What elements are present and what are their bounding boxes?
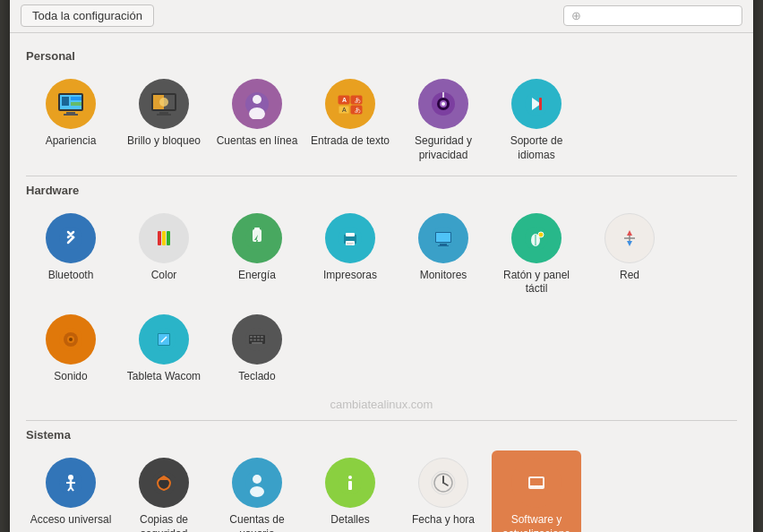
tableta-icon	[139, 314, 189, 365]
svg-rect-72	[261, 336, 263, 338]
system-settings-window: Configuración del sistema Toda la config…	[10, 0, 753, 532]
divider-sistema	[26, 420, 737, 421]
toolbar: Toda la configuración ⊕	[10, 0, 753, 33]
item-teclado[interactable]: Teclado	[212, 307, 302, 391]
svg-rect-43	[346, 233, 355, 236]
item-cuentas-usuario[interactable]: Cuentas de usuario	[212, 450, 302, 532]
fecha-icon	[418, 458, 468, 508]
svg-rect-39	[254, 227, 260, 230]
svg-point-32	[59, 227, 82, 250]
svg-point-62	[69, 338, 73, 341]
item-bluetooth[interactable]: Bluetooth	[26, 206, 116, 304]
item-software[interactable]: Software y actualizacione	[492, 450, 581, 532]
svg-rect-4	[71, 102, 81, 106]
item-entrada-texto[interactable]: AあAあ Entrada de texto	[305, 72, 395, 169]
svg-rect-49	[436, 233, 450, 242]
entrada-texto-label: Entrada de texto	[311, 134, 390, 149]
item-soporte[interactable]: Soporte de idiomas	[492, 72, 581, 169]
svg-point-90	[348, 476, 352, 479]
svg-rect-74	[253, 339, 256, 340]
item-sonido[interactable]: Sonido	[26, 307, 116, 391]
search-icon: ⊕	[571, 9, 581, 22]
sonido-icon	[46, 314, 96, 365]
svg-rect-73	[250, 339, 253, 340]
item-acceso[interactable]: Acceso universal	[26, 450, 116, 532]
detalles-icon	[325, 458, 375, 508]
svg-rect-50	[440, 244, 447, 245]
monitores-label: Monitores	[420, 269, 467, 283]
svg-rect-11	[157, 114, 171, 116]
svg-rect-31	[539, 98, 542, 110]
entrada-texto-icon: AあAあ	[325, 79, 375, 129]
svg-text:A: A	[342, 107, 347, 113]
svg-rect-69	[250, 336, 253, 338]
cuentas-usuario-icon	[232, 458, 282, 508]
all-config-button[interactable]: Toda la configuración	[21, 4, 154, 27]
copias-icon	[139, 458, 189, 508]
svg-point-87	[253, 475, 261, 484]
item-brillo[interactable]: Brillo y bloqueo	[119, 72, 209, 169]
svg-rect-35	[162, 231, 166, 245]
item-red[interactable]: Red	[585, 206, 674, 304]
impresoras-icon	[325, 213, 375, 263]
energia-icon	[232, 213, 282, 263]
raton-icon	[511, 213, 562, 263]
svg-rect-99	[535, 485, 538, 487]
item-color[interactable]: Color	[119, 206, 209, 304]
energia-label: Energía	[238, 269, 276, 283]
item-tableta[interactable]: Tableta Wacom	[119, 307, 209, 391]
bluetooth-icon	[46, 213, 96, 263]
item-fecha[interactable]: Fecha y hora	[399, 450, 488, 532]
svg-rect-6	[64, 114, 78, 116]
divider-hardware	[26, 176, 737, 176]
teclado-label: Teclado	[238, 370, 275, 384]
svg-rect-45	[347, 243, 354, 244]
item-detalles[interactable]: Detalles	[305, 450, 395, 532]
color-icon	[139, 213, 189, 263]
item-impresoras[interactable]: Impresoras	[305, 206, 395, 304]
item-energia[interactable]: Energía	[212, 206, 302, 304]
svg-rect-51	[438, 245, 449, 246]
svg-rect-2	[62, 97, 69, 106]
color-label: Color	[151, 269, 177, 283]
apariencia-icon	[46, 79, 96, 129]
item-apariencia[interactable]: Apariencia	[26, 72, 116, 169]
item-monitores[interactable]: Monitores	[399, 206, 488, 304]
svg-text:あ: あ	[355, 107, 361, 114]
tableta-label: Tableta Wacom	[127, 370, 201, 384]
main-content: Personal Apariencia Brillo y bloqueo Cue…	[10, 33, 753, 532]
svg-text:A: A	[342, 97, 347, 103]
item-copias[interactable]: Copias de seguridad	[119, 450, 209, 532]
raton-label: Ratón y panel táctil	[495, 269, 578, 296]
svg-point-79	[68, 475, 73, 480]
svg-rect-3	[71, 97, 81, 100]
item-seguridad[interactable]: Seguridad y privacidad	[399, 72, 488, 169]
teclado-icon	[232, 314, 282, 365]
cuentas-usuario-label: Cuentas de usuario	[216, 513, 298, 532]
svg-rect-77	[252, 342, 262, 344]
impresoras-label: Impresoras	[323, 269, 377, 283]
svg-point-28	[442, 102, 445, 106]
brillo-icon	[139, 79, 189, 129]
svg-rect-100	[539, 485, 543, 487]
brillo-label: Brillo y bloqueo	[127, 134, 201, 149]
bluetooth-label: Bluetooth	[48, 269, 94, 283]
search-input[interactable]	[587, 9, 730, 22]
seguridad-label: Seguridad y privacidad	[402, 134, 484, 162]
svg-point-88	[250, 486, 264, 497]
cuentas-linea-icon	[232, 79, 282, 129]
software-icon	[511, 458, 562, 508]
apariencia-label: Apariencia	[46, 134, 97, 149]
soporte-label: Soporte de idiomas	[495, 134, 578, 162]
seguridad-icon	[418, 79, 468, 129]
svg-point-14	[253, 95, 261, 104]
item-raton[interactable]: Ratón y panel táctil	[492, 206, 581, 304]
svg-rect-98	[530, 485, 534, 487]
acceso-label: Acceso universal	[30, 513, 112, 528]
item-cuentas-linea[interactable]: Cuentas en línea	[212, 72, 302, 169]
personal-grid: Apariencia Brillo y bloqueo Cuentas en l…	[26, 72, 737, 169]
fecha-label: Fecha y hora	[412, 513, 475, 528]
svg-rect-71	[257, 336, 260, 338]
svg-rect-38	[253, 229, 261, 242]
svg-rect-70	[253, 336, 256, 338]
